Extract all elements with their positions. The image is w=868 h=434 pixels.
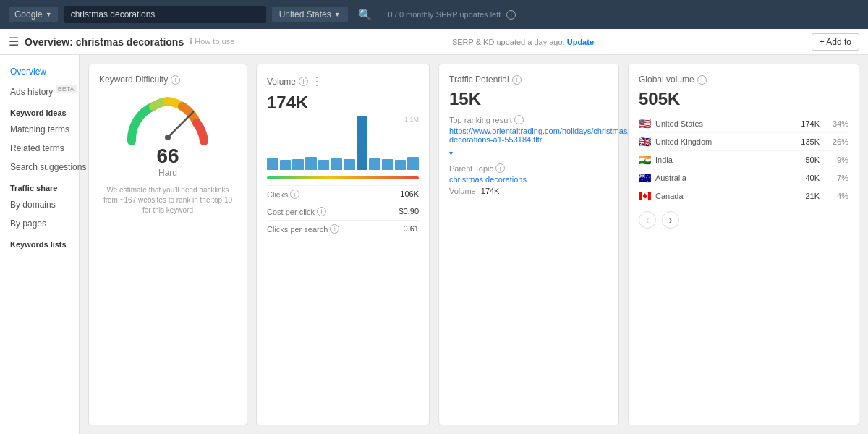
country-name: Australia (655, 174, 801, 182)
top-ranking-info-icon[interactable]: i (514, 115, 524, 124)
country-pct: 34% (828, 119, 848, 128)
sidebar-item-by-domains[interactable]: By domains (0, 195, 79, 214)
country-pct: 7% (828, 174, 848, 182)
bar (357, 116, 368, 170)
engine-dropdown-icon: ▼ (46, 11, 52, 18)
country-volume: 135K (801, 137, 820, 146)
gv-navigation: ‹ › (639, 211, 848, 229)
url-filter[interactable]: ▾ (449, 149, 453, 157)
global-volume-card: Global volume i 505K 🇺🇸 United States 17… (628, 64, 859, 425)
parent-topic-info-icon[interactable]: i (495, 163, 505, 173)
country-volume: 21K (805, 192, 820, 200)
sidebar-section-keyword-ideas: Keyword ideas (0, 101, 79, 120)
country-label: United States (279, 9, 331, 20)
update-button[interactable]: Update (567, 38, 594, 46)
cpc-value: $0.90 (399, 207, 419, 216)
volume-card-title: Volume i ⋮ (267, 75, 419, 88)
tp-value: 15K (449, 89, 608, 109)
parent-topic-value[interactable]: christmas decorations (449, 175, 608, 184)
sidebar-section-traffic-share: Traffic share (0, 176, 79, 195)
kd-info-icon[interactable]: i (171, 75, 180, 85)
svg-line-0 (168, 112, 193, 137)
main-layout: Overview Ads history BETA Keyword ideas … (0, 55, 868, 434)
chart-dotted-line (267, 122, 419, 122)
gauge-chart (121, 90, 215, 145)
volume-bars (267, 116, 419, 170)
country-name: Canada (655, 192, 801, 200)
top-bar: Google ▼ United States ▼ 🔍 0 / 0 monthly… (0, 0, 868, 29)
country-volume: 40K (805, 174, 820, 182)
parent-topic-label: Parent Topic i (449, 163, 608, 173)
sidebar-item-by-pages[interactable]: By pages (0, 214, 79, 233)
country-volume: 50K (805, 156, 820, 164)
country-selector[interactable]: United States ▼ (272, 7, 348, 22)
svg-point-1 (165, 135, 171, 140)
country-row: 🇮🇳 India 50K 9% (639, 151, 848, 169)
engine-selector[interactable]: Google ▼ (9, 7, 58, 22)
country-name: United Kingdom (655, 137, 796, 146)
cpc-info-icon[interactable]: i (317, 207, 326, 216)
country-flag: 🇮🇳 (639, 154, 651, 166)
bar (344, 159, 355, 170)
country-name: United States (655, 119, 796, 128)
kd-card-title: Keyword Difficulty i (99, 75, 237, 85)
country-volume: 174K (801, 119, 820, 128)
gv-info-icon[interactable]: i (697, 75, 707, 85)
gv-value: 505K (639, 89, 848, 109)
volume-chart: 1.1M (267, 116, 419, 174)
volume-info-icon[interactable]: i (299, 77, 308, 86)
country-row: 🇺🇸 United States 174K 34% (639, 115, 848, 133)
clicks-info-icon[interactable]: i (290, 190, 299, 199)
country-flag: 🇬🇧 (639, 136, 651, 148)
gv-next-button[interactable]: › (662, 211, 679, 229)
gv-card-title: Global volume i (639, 75, 848, 85)
volume-value: 174K (267, 93, 419, 113)
tp-card-title: Traffic Potential i (449, 75, 608, 85)
top-ranking-url[interactable]: https://www.orientaltrading.com/holidays… (449, 127, 608, 144)
country-dropdown-icon: ▼ (334, 11, 341, 18)
traffic-potential-card: Traffic Potential i 15K Top ranking resu… (438, 64, 619, 425)
clicks-value: 106K (400, 190, 419, 199)
clicks-row: Clicks i 106K (267, 185, 419, 203)
sidebar-item-ads-history[interactable]: Ads history BETA (0, 81, 79, 101)
content-area: Keyword Difficulty i (80, 55, 868, 434)
tp-volume-row: Volume 174K (449, 187, 608, 195)
how-to-use[interactable]: ℹ How to use (190, 37, 234, 46)
kd-label: Hard (158, 168, 177, 178)
tp-info-icon[interactable]: i (512, 75, 522, 85)
bar (369, 158, 380, 170)
add-to-button[interactable]: + Add to (812, 33, 859, 51)
country-row: 🇬🇧 United Kingdom 135K 26% (639, 133, 848, 151)
sidebar-section-keywords-lists: Keywords lists (0, 233, 79, 252)
gv-prev-button[interactable]: ‹ (639, 211, 656, 229)
kd-card: Keyword Difficulty i (88, 64, 247, 425)
bar (382, 159, 393, 170)
volume-progress-bar (267, 176, 419, 179)
country-pct: 9% (828, 156, 848, 164)
top-ranking-label: Top ranking result i (449, 115, 608, 124)
page-title: Overview: christmas decorations (25, 36, 184, 48)
serp-info-icon[interactable]: i (506, 10, 516, 20)
country-flag: 🇺🇸 (639, 118, 651, 129)
sidebar-item-search-suggestions[interactable]: Search suggestions (0, 158, 79, 176)
country-row: 🇨🇦 Canada 21K 4% (639, 187, 848, 205)
search-button[interactable]: 🔍 (354, 5, 377, 25)
cps-info-icon[interactable]: i (330, 224, 339, 234)
sidebar-item-related-terms[interactable]: Related terms (0, 139, 79, 158)
clicks-label: Clicks i (267, 190, 299, 199)
serp-info: 0 / 0 monthly SERP updates left (388, 10, 501, 19)
tp-volume-value: 174K (481, 187, 500, 195)
beta-badge: BETA (56, 85, 77, 93)
sidebar-item-matching-terms[interactable]: Matching terms (0, 120, 79, 139)
bar (318, 160, 330, 170)
cps-label: Clicks per search i (267, 224, 339, 234)
bar (331, 158, 342, 170)
bar (280, 160, 292, 170)
hamburger-icon[interactable]: ☰ (9, 35, 19, 48)
cps-value: 0.61 (404, 224, 419, 234)
bar (292, 159, 304, 170)
volume-more-icon[interactable]: ⋮ (311, 75, 323, 88)
search-input[interactable] (64, 6, 266, 23)
sidebar-item-overview[interactable]: Overview (0, 62, 79, 81)
serp-status: SERP & KD updated a day ago. Update (234, 38, 811, 46)
